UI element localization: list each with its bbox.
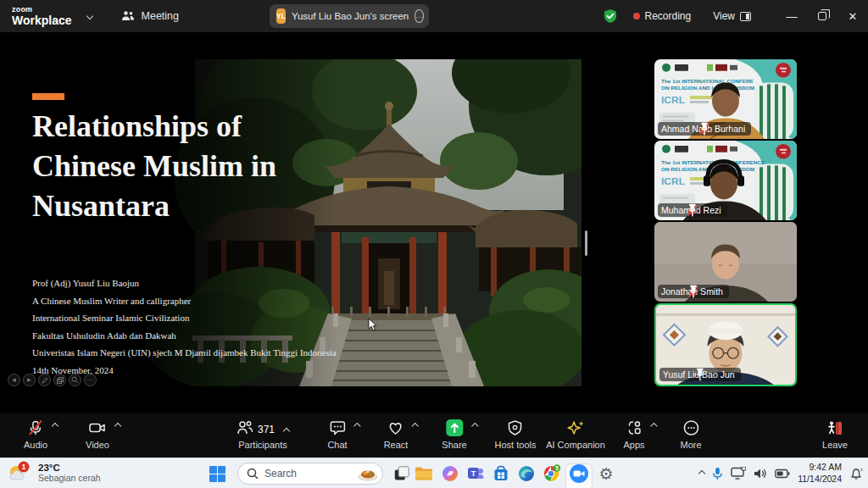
start-button[interactable]	[206, 463, 228, 485]
participant-name-pill: Jonathan Smith	[658, 285, 729, 298]
host-tools-button[interactable]: Host tools	[495, 419, 537, 450]
logo-line2: Workplace	[12, 14, 72, 26]
participant-tile-yusuf[interactable]: Yusuf Liu Bao Jun	[654, 303, 797, 386]
search-input[interactable]: Search	[237, 463, 383, 485]
audio-options-chevron-icon[interactable]	[52, 423, 58, 430]
chrome-icon[interactable]: 5	[541, 463, 563, 485]
svg-text:T: T	[471, 469, 476, 478]
chat-options-chevron-icon[interactable]	[353, 423, 360, 430]
more-button[interactable]: More	[680, 419, 701, 450]
slide-title: Relationships of Chinese Muslim in Nusan…	[32, 107, 388, 226]
tab-shared-screen[interactable]: YL Yusuf Liu Bao Jun's screen ...	[270, 4, 429, 28]
search-icon	[247, 468, 259, 480]
magnifier-icon	[71, 376, 79, 384]
apps-icon	[626, 419, 643, 436]
participants-button[interactable]: 371 Participants	[236, 419, 289, 450]
pen-tool-button[interactable]	[38, 374, 51, 386]
scrollbar-thumb[interactable]	[585, 230, 587, 256]
leave-button[interactable]: Leave	[822, 419, 848, 450]
react-options-chevron-icon[interactable]	[412, 423, 419, 430]
ai-companion-button[interactable]: AI Companion	[546, 419, 605, 450]
tray-mic-icon[interactable]	[712, 467, 723, 480]
shared-screen-slide: Relationships of Chinese Muslim in Nusan…	[4, 59, 581, 386]
apps-chevron-icon[interactable]	[650, 423, 657, 430]
clock-widget[interactable]: 9:42 AM 11/14/2024	[798, 462, 842, 485]
minimize-button[interactable]: —	[776, 0, 807, 32]
chrome-circle-icon: 5	[542, 464, 561, 483]
bell-icon[interactable]: z	[849, 467, 863, 480]
shield-check-icon	[603, 8, 618, 24]
zoom-slide-button[interactable]	[69, 374, 81, 386]
participants-panel: The 1st INTERNATIONAL CONFERE ON RELIGIO…	[654, 59, 797, 386]
file-explorer-icon[interactable]	[413, 463, 435, 485]
audio-label: Audio	[24, 440, 47, 450]
tray-chevron-icon[interactable]	[698, 469, 705, 476]
sparkle-icon	[566, 419, 585, 436]
slide-info-line: Univeristas Islam Negeri (UIN) sjech M D…	[32, 347, 337, 358]
share-options-chevron-icon[interactable]	[471, 423, 478, 430]
apps-label: Apps	[623, 440, 644, 450]
apps-button[interactable]: Apps	[623, 419, 644, 450]
recording-indicator[interactable]: Recording	[633, 10, 692, 22]
video-options-chevron-icon[interactable]	[114, 423, 121, 430]
slideshow-controls: ◄ ► ⋯	[8, 374, 97, 386]
tab-options-ellipsis-icon[interactable]: ...	[415, 9, 424, 23]
next-slide-button[interactable]: ►	[23, 374, 36, 386]
teams-icon[interactable]: T	[465, 463, 487, 485]
workspace-chevron-down-icon[interactable]	[86, 13, 92, 19]
copilot-icon[interactable]	[439, 463, 461, 485]
participants-chevron-icon[interactable]	[283, 428, 290, 435]
task-view-button[interactable]	[391, 463, 413, 485]
microsoft-store-icon	[492, 465, 509, 482]
chat-button[interactable]: Chat	[327, 419, 347, 450]
chat-bubble-icon	[329, 419, 346, 436]
tray-display-icon[interactable]	[731, 467, 746, 480]
tray-speaker-icon[interactable]	[754, 468, 767, 480]
system-tray: 9:42 AM 11/14/2024 z	[699, 458, 863, 488]
zoom-titlebar: zoom Workplace Meeting YL Yusuf Liu Bao …	[0, 0, 868, 32]
food-widget-icon[interactable]	[358, 466, 378, 481]
more-label: More	[680, 440, 701, 450]
more-options-button[interactable]: ⋯	[84, 374, 97, 386]
svg-text:ON RELIGION AND LOCAL WISDOM: ON RELIGION AND LOCAL WISDOM	[661, 85, 754, 91]
participant-tile-jonathan[interactable]: Jonathan Smith	[654, 222, 797, 302]
view-button[interactable]: View	[713, 10, 751, 22]
restore-button[interactable]	[807, 0, 837, 32]
weather-condition: Sebagian cerah	[38, 473, 101, 483]
share-button[interactable]: Share	[442, 419, 466, 450]
meeting-toolbar: Audio Video 371 Participants	[0, 413, 868, 458]
weather-widget[interactable]: 1 23°C Sebagian cerah	[7, 461, 101, 485]
slides-icon	[57, 377, 64, 384]
tray-battery-icon[interactable]	[775, 469, 790, 479]
video-button[interactable]: Video	[86, 419, 109, 450]
show-all-slides-button[interactable]	[53, 374, 66, 386]
search-placeholder: Search	[264, 468, 352, 480]
prev-slide-button[interactable]: ◄	[8, 374, 20, 386]
zoom-workplace-logo: zoom Workplace	[12, 6, 72, 26]
slide-accent-bar	[32, 93, 64, 100]
svg-text:z: z	[860, 467, 863, 472]
tab-meeting[interactable]: Meeting	[121, 10, 179, 22]
folder-icon	[415, 466, 433, 481]
windows-taskbar: 1 23°C Sebagian cerah Search	[0, 458, 868, 488]
pin-icon	[658, 203, 727, 217]
svg-text:ICRL: ICRL	[661, 94, 685, 106]
edge-icon[interactable]	[515, 463, 537, 485]
store-icon[interactable]	[490, 463, 512, 485]
close-button[interactable]: ✕	[837, 0, 868, 32]
chat-label: Chat	[327, 440, 347, 450]
participants-label: Participants	[238, 440, 287, 450]
participant-tile-ahmad[interactable]: The 1st INTERNATIONAL CONFERE ON RELIGIO…	[654, 59, 797, 139]
audio-button[interactable]: Audio	[24, 419, 47, 450]
task-view-icon	[394, 466, 409, 481]
slide-info-line: Fakultas Ushuludin Adab dan Dakwah	[32, 330, 337, 341]
participant-tile-muhamad[interactable]: The 1st INTERNATIONAL CONFERENCE ON RELI…	[654, 141, 797, 220]
settings-icon[interactable]: ⚙	[595, 463, 617, 485]
participants-icon	[236, 419, 253, 436]
zoom-app-icon[interactable]	[565, 463, 593, 485]
host-tools-label: Host tools	[495, 440, 537, 450]
participant-name-pill: Muhamad Rezi	[658, 203, 727, 217]
react-button[interactable]: React	[384, 419, 409, 450]
leave-door-icon	[826, 419, 844, 436]
react-label: React	[384, 440, 409, 450]
